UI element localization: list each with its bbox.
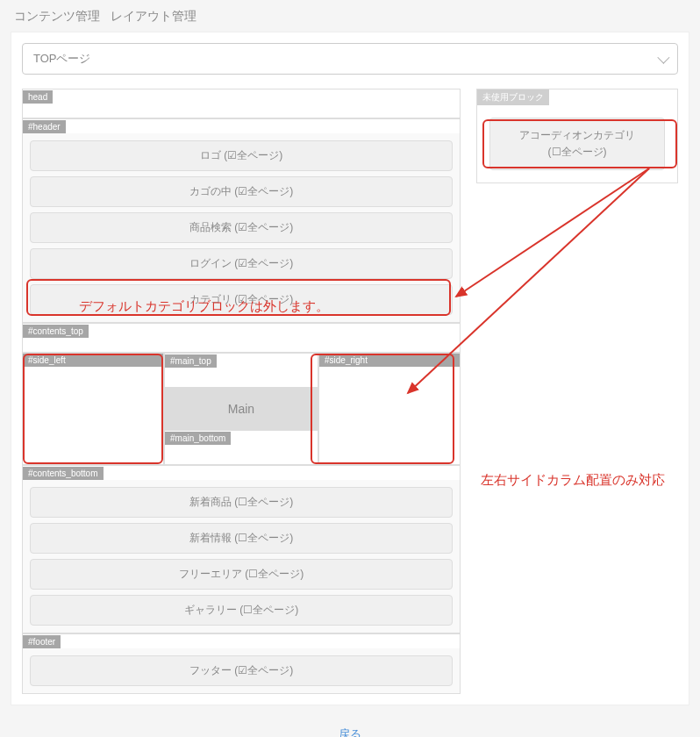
main-panel: TOPページ head #header ロゴ (☑全ページ)カゴの中 (☑全ペー… xyxy=(11,32,689,705)
layout-left-column: head #header ロゴ (☑全ページ)カゴの中 (☑全ページ)商品検索 … xyxy=(22,89,461,694)
region-head[interactable]: head xyxy=(22,89,461,118)
region-tag-footer: #footer xyxy=(23,635,61,648)
layout-right-column: 未使用ブロック アコーディオンカテゴリ (☐全ページ) xyxy=(476,89,678,183)
header-block-1[interactable]: カゴの中 (☑全ページ) xyxy=(30,176,453,207)
region-main-top[interactable]: #main_top xyxy=(164,354,318,388)
contents-bottom-block-3[interactable]: ギャラリー (☐全ページ) xyxy=(30,595,453,626)
region-main: Main xyxy=(164,388,318,430)
region-footer[interactable]: #footer フッター (☑全ページ) xyxy=(22,633,461,694)
region-tag-main-bottom: #main_bottom xyxy=(165,432,231,445)
page-select-value: TOPページ xyxy=(33,51,91,67)
region-tag-main-top: #main_top xyxy=(165,354,217,368)
region-tag-header: #header xyxy=(23,120,66,133)
footer-block-0[interactable]: フッター (☑全ページ) xyxy=(30,655,453,686)
region-side-right[interactable]: #side_right xyxy=(318,353,461,465)
region-contents-top[interactable]: #contents_top xyxy=(22,323,461,353)
breadcrumb-subsection: レイアウト管理 xyxy=(111,9,196,25)
region-contents-bottom[interactable]: #contents_bottom 新着商品 (☐全ページ)新着情報 (☐全ページ… xyxy=(22,465,461,633)
contents-bottom-block-2[interactable]: フリーエリア (☐全ページ) xyxy=(30,559,453,590)
header-block-3[interactable]: ログイン (☑全ページ) xyxy=(30,248,453,279)
chevron-down-icon xyxy=(657,52,669,64)
page-header: コンテンツ管理 レイアウト管理 xyxy=(0,0,700,25)
header-block-2[interactable]: 商品検索 (☑全ページ) xyxy=(30,212,453,243)
region-header[interactable]: #header ロゴ (☑全ページ)カゴの中 (☑全ページ)商品検索 (☑全ペー… xyxy=(22,118,461,323)
breadcrumb-section: コンテンツ管理 xyxy=(14,9,100,25)
contents-bottom-block-0[interactable]: 新着商品 (☐全ページ) xyxy=(30,487,453,518)
region-main-bottom[interactable]: #main_bottom xyxy=(164,430,318,464)
region-tag-head: head xyxy=(23,90,53,104)
block-accordion-line2: (☐全ページ) xyxy=(496,144,659,161)
contents-bottom-block-1[interactable]: 新着情報 (☐全ページ) xyxy=(30,523,453,554)
back-link[interactable]: 戻る xyxy=(339,727,361,737)
page-select[interactable]: TOPページ xyxy=(22,43,678,75)
region-tag-unused: 未使用ブロック xyxy=(477,89,549,105)
header-block-0[interactable]: ロゴ (☑全ページ) xyxy=(30,140,453,171)
region-center: #main_top Main #main_bottom xyxy=(164,353,318,465)
block-accordion-category[interactable]: アコーディオンカテゴリ (☐全ページ) xyxy=(489,118,665,170)
region-tag-side-left: #side_left xyxy=(23,354,163,367)
region-columns: #side_left #main_top Main #main_bottom xyxy=(22,353,461,465)
back-link-row: 戻る xyxy=(0,705,700,737)
header-block-4[interactable]: カテゴリ (☑全ページ) xyxy=(30,284,453,315)
region-tag-side-right: #side_right xyxy=(319,354,460,367)
block-accordion-line1: アコーディオンカテゴリ xyxy=(496,127,659,144)
unused-blocks-panel[interactable]: 未使用ブロック アコーディオンカテゴリ (☐全ページ) xyxy=(476,89,678,183)
region-side-left[interactable]: #side_left xyxy=(22,353,164,465)
region-tag-contents-top: #contents_top xyxy=(23,325,89,338)
region-tag-contents-bottom: #contents_bottom xyxy=(23,467,104,480)
